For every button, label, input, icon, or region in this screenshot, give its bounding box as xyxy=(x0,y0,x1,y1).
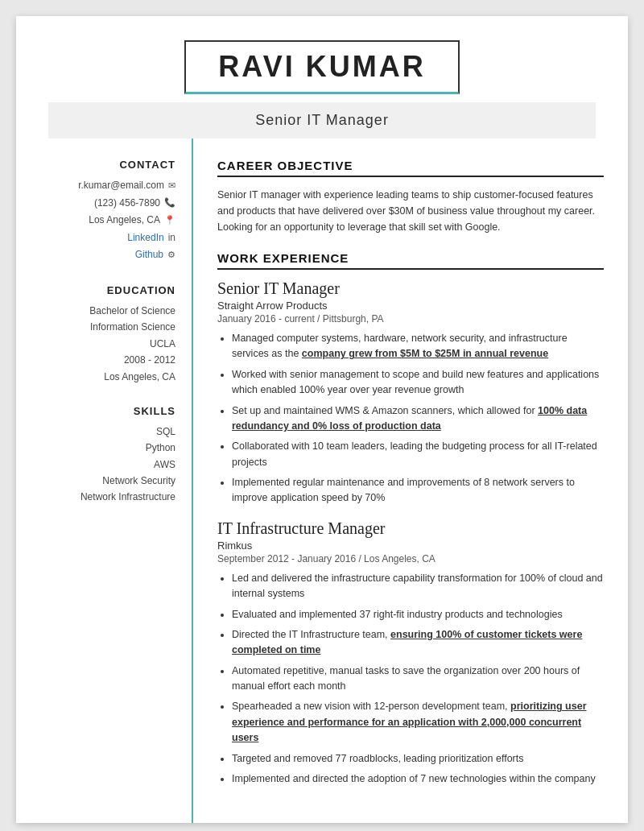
phone-row: (123) 456-7890 📞 xyxy=(36,195,175,213)
applicant-name: RAVI KUMAR xyxy=(218,50,425,84)
email-row: r.kumar@email.com ✉ xyxy=(36,177,175,195)
bullet-item: Led and delivered the infrastructure cap… xyxy=(232,571,604,602)
field: Information Science xyxy=(36,319,175,335)
job-bullets: Managed computer systems, hardware, netw… xyxy=(217,331,604,506)
company-name: Rimkus xyxy=(217,540,604,552)
bullet-item: Implemented regular maintenance and impr… xyxy=(232,475,604,506)
github-icon: ⚙ xyxy=(167,247,175,263)
edu-location: Los Angeles, CA xyxy=(36,369,175,385)
bullet-item: Directed the IT Infrastructure team, ens… xyxy=(232,627,604,659)
phone-text: (123) 456-7890 xyxy=(94,195,160,213)
edu-years: 2008 - 2012 xyxy=(36,352,175,368)
job-title: IT Infrastructure Manager xyxy=(217,519,604,538)
work-experience-heading: WORK EXPERIENCE xyxy=(217,251,604,270)
bullet-item: Evaluated and implemented 37 right-fit i… xyxy=(232,607,604,622)
company-name: Straight Arrow Products xyxy=(217,300,604,312)
school: UCLA xyxy=(36,336,175,352)
bullet-item: Collaborated with 10 team leaders, leadi… xyxy=(232,439,604,470)
skill-item: Python xyxy=(36,440,175,456)
work-experience-section: WORK EXPERIENCE Senior IT ManagerStraigh… xyxy=(217,251,604,787)
bullet-item: Set up and maintained WMS & Amazon scann… xyxy=(232,403,604,435)
skills-section: SKILLS SQLPythonAWSNetwork SecurityNetwo… xyxy=(36,405,175,506)
body: CONTACT r.kumar@email.com ✉ (123) 456-78… xyxy=(16,138,628,823)
bullet-item: Worked with senior management to scope a… xyxy=(232,367,604,399)
job-meta: January 2016 - current / Pittsburgh, PA xyxy=(217,313,604,325)
main-content: CAREER OBJECTIVE Senior IT manager with … xyxy=(193,138,628,823)
bullet-item: Spearheaded a new vision with 12-person … xyxy=(232,699,604,746)
bullet-item: Implemented and directed the adoption of… xyxy=(232,771,604,787)
bullet-item: Automated repetitive, manual tasks to sa… xyxy=(232,664,604,695)
title-bar: Senior IT Manager xyxy=(48,102,596,138)
header: RAVI KUMAR Senior IT Manager xyxy=(16,16,628,138)
linkedin-row[interactable]: LinkedIn in xyxy=(36,229,175,247)
contact-heading: CONTACT xyxy=(36,159,175,171)
email-icon: ✉ xyxy=(168,178,175,194)
linkedin-link[interactable]: LinkedIn xyxy=(127,229,163,247)
job-entry: Senior IT ManagerStraight Arrow Products… xyxy=(217,279,604,506)
skill-item: Network Infrastructure xyxy=(36,489,175,505)
location-icon: 📍 xyxy=(164,213,175,229)
location-text: Los Angeles, CA xyxy=(89,212,160,229)
phone-icon: 📞 xyxy=(164,195,175,211)
job-meta: September 2012 - January 2016 / Los Ange… xyxy=(217,553,604,564)
linkedin-icon: in xyxy=(168,229,175,247)
career-objective-heading: CAREER OBJECTIVE xyxy=(217,159,604,177)
sidebar: CONTACT r.kumar@email.com ✉ (123) 456-78… xyxy=(16,138,193,823)
skills-heading: SKILLS xyxy=(36,405,175,417)
education-section: EDUCATION Bachelor of Science Informatio… xyxy=(36,284,175,385)
location-row: Los Angeles, CA 📍 xyxy=(36,212,175,229)
contact-section: CONTACT r.kumar@email.com ✉ (123) 456-78… xyxy=(36,159,175,264)
job-bullets: Led and delivered the infrastructure cap… xyxy=(217,571,604,788)
skill-item: AWS xyxy=(36,457,175,473)
jobs-container: Senior IT ManagerStraight Arrow Products… xyxy=(217,279,604,787)
email-text: r.kumar@email.com xyxy=(78,177,164,195)
github-row[interactable]: Github ⚙ xyxy=(36,246,175,264)
job-title: Senior IT Manager xyxy=(217,279,604,298)
education-heading: EDUCATION xyxy=(36,284,175,296)
job-entry: IT Infrastructure ManagerRimkusSeptember… xyxy=(217,519,604,788)
resume: RAVI KUMAR Senior IT Manager CONTACT r.k… xyxy=(16,16,628,823)
applicant-title: Senior IT Manager xyxy=(58,112,586,129)
career-objective-text: Senior IT manager with experience leadin… xyxy=(217,187,604,235)
career-objective-section: CAREER OBJECTIVE Senior IT manager with … xyxy=(217,159,604,235)
bullet-item: Managed computer systems, hardware, netw… xyxy=(232,331,604,362)
skill-item: SQL xyxy=(36,424,175,440)
skill-item: Network Security xyxy=(36,473,175,489)
bullet-item: Targeted and removed 77 roadblocks, lead… xyxy=(232,751,604,767)
degree: Bachelor of Science xyxy=(36,303,175,319)
name-box: RAVI KUMAR xyxy=(184,40,459,94)
github-link[interactable]: Github xyxy=(135,246,163,264)
skills-list: SQLPythonAWSNetwork SecurityNetwork Infr… xyxy=(36,424,175,506)
